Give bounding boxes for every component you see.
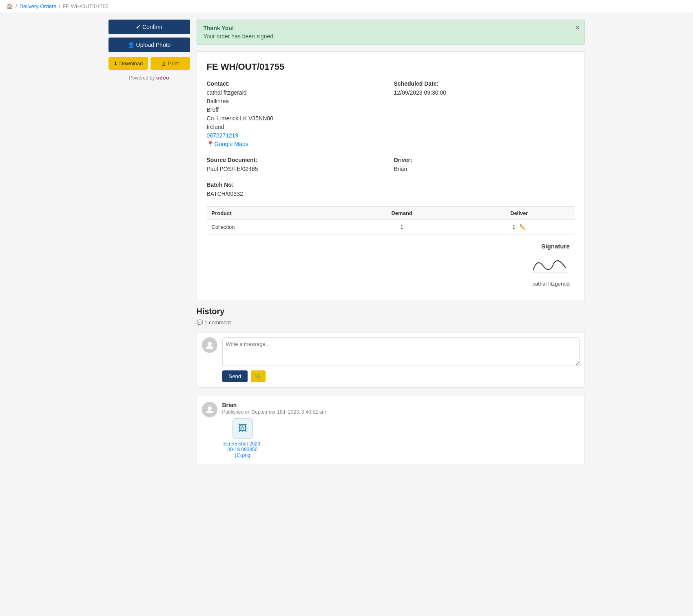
comment-author: Brian (222, 402, 237, 408)
doc-info-grid: Contact: cathal fitzgerald Ballinrea Bru… (207, 80, 575, 148)
contact-addr3: Co. Limerick LK V35NN80 (207, 114, 387, 123)
history-title: History (197, 307, 585, 316)
product-table: Product Demand Deliver Collection 1 1 ✏️ (207, 206, 575, 235)
batch-no-label: Batch No: (207, 182, 575, 188)
history-section: History 💬 1 comment Send 📎 (197, 307, 585, 464)
confirm-button[interactable]: ✔ Confirm (108, 20, 190, 34)
comment-item: Brian Published on September 18th 2023, … (197, 396, 585, 464)
comments-list: Brian Published on September 18th 2023, … (197, 396, 585, 464)
doc-lower-fields: Source Document: Paul POS/FE/02465 Drive… (207, 157, 575, 173)
comment-meta: Brian Published on September 18th 2023, … (222, 402, 580, 415)
comment-body: Brian Published on September 18th 2023, … (222, 402, 580, 458)
signature-label: Signature (212, 243, 570, 250)
alert-close-button[interactable]: × (576, 24, 579, 31)
contact-label: Contact: (207, 80, 387, 87)
contact-addr4: Ireland (207, 123, 387, 131)
attachment-thumb[interactable]: 🖼 Screenshot 2023-09-18 093850 (1).png (222, 418, 263, 458)
content-area: Thank You! Your order has been signed. ×… (197, 20, 585, 464)
attach-button[interactable]: 📎 (251, 370, 266, 382)
driver-label: Driver: (394, 157, 575, 163)
print-button[interactable]: 🖨 Print (151, 57, 190, 70)
driver-value: Brian (394, 165, 575, 173)
col-deliver: Deliver (464, 207, 575, 220)
document-card: FE WH/OUT/01755 Contact: cathal fitzgera… (197, 51, 585, 300)
scheduled-date-field: Scheduled Date: 12/09/2023 09:30:00 (394, 80, 575, 148)
powered-by: Powered by odoo (108, 75, 190, 81)
deliver-cell: 1 ✏️ (464, 220, 575, 235)
breadcrumb: 🏠 / Delivery Orders / FE WH/OUT/01755 (0, 0, 693, 13)
edit-deliver-icon[interactable]: ✏️ (519, 224, 526, 230)
contact-name: cathal fitzgerald (207, 89, 387, 97)
signature-image (529, 254, 570, 276)
compose-avatar (202, 337, 217, 353)
download-button[interactable]: ⬇ Download (108, 57, 148, 70)
col-demand: Demand (340, 207, 464, 220)
action-buttons-row: ⬇ Download 🖨 Print (108, 57, 190, 70)
breadcrumb-current: FE WH/OUT/01755 (63, 3, 109, 9)
pin-icon: 📍 (207, 141, 214, 147)
contact-phone[interactable]: 0872271219 (207, 132, 239, 139)
signature-section: Signature cathal fitzgerald (207, 235, 575, 290)
table-row: Collection 1 1 ✏️ (207, 220, 575, 235)
attachment-name: Screenshot 2023-09-18 093850 (1).png (222, 441, 263, 458)
comment-icon: 💬 (197, 319, 203, 326)
col-product: Product (207, 207, 340, 220)
contact-field: Contact: cathal fitzgerald Ballinrea Bru… (207, 80, 387, 148)
signature-name: cathal fitzgerald (212, 281, 570, 287)
svg-point-2 (208, 406, 212, 410)
home-icon[interactable]: 🏠 (7, 3, 13, 9)
message-actions: Send 📎 (222, 370, 580, 382)
demand-cell: 1 (340, 220, 464, 235)
source-doc-field: Source Document: Paul POS/FE/02465 (207, 157, 387, 173)
source-doc-value: Paul POS/FE/02465 (207, 165, 387, 173)
alert-success: Thank You! Your order has been signed. × (197, 20, 585, 45)
alert-message: Your order has been signed. (204, 33, 578, 40)
comment-count-text: 1 comment (205, 319, 231, 326)
breadcrumb-sep2: / (59, 3, 60, 9)
alert-title: Thank You! (204, 25, 578, 31)
message-compose: Send 📎 (197, 332, 585, 388)
breadcrumb-sep: / (15, 3, 17, 9)
document-title: FE WH/OUT/01755 (207, 62, 575, 72)
message-input-area: Send 📎 (222, 337, 580, 382)
contact-addr1: Ballinrea (207, 97, 387, 106)
sidebar: ✔ Confirm 👤 Upload Photo ⬇ Download 🖨 Pr… (108, 20, 190, 464)
file-icon: 🖼 (232, 418, 253, 439)
message-textarea[interactable] (222, 337, 580, 366)
driver-field: Driver: Brian (394, 157, 575, 173)
google-maps-link[interactable]: Google Maps (215, 141, 248, 147)
batch-no-field: Batch No: BATCH/00332 (207, 182, 575, 198)
scheduled-date-label: Scheduled Date: (394, 80, 575, 87)
batch-no-value: BATCH/00332 (207, 190, 575, 198)
odoo-logo: odoo (156, 75, 169, 81)
svg-point-1 (208, 342, 212, 346)
comment-count: 💬 1 comment (197, 319, 585, 326)
product-cell: Collection (207, 220, 340, 235)
breadcrumb-delivery-orders[interactable]: Delivery Orders (20, 3, 56, 9)
contact-addr2: Bruff (207, 106, 387, 114)
scheduled-date-value: 12/09/2023 09:30:00 (394, 89, 575, 97)
source-doc-label: Source Document: (207, 157, 387, 163)
comment-date: Published on September 18th 2023, 9:40:5… (222, 409, 326, 415)
comment-avatar (202, 402, 217, 417)
send-button[interactable]: Send (222, 370, 248, 382)
upload-photo-button[interactable]: 👤 Upload Photo (108, 38, 190, 52)
